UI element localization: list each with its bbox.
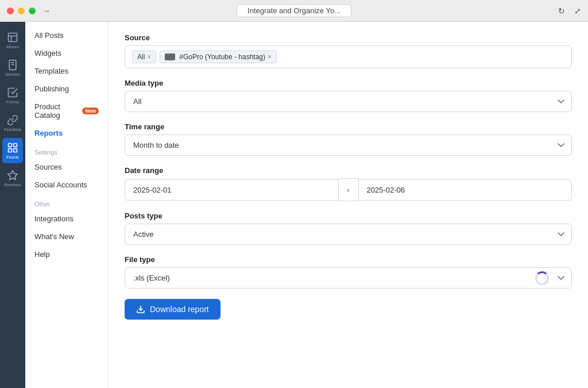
- posts-type-select[interactable]: Active Inactive All: [125, 224, 572, 245]
- sidebar-icon-reviews[interactable]: Reviews: [2, 166, 23, 191]
- date-range-label: Date range: [125, 166, 572, 175]
- nav-controls: ← →: [29, 6, 51, 16]
- reload-button[interactable]: ↻: [558, 6, 565, 16]
- sidebar-icon-album[interactable]: Album: [2, 28, 23, 53]
- sidebar-item-reports[interactable]: Reports: [25, 124, 108, 142]
- gopro-icon: [165, 53, 175, 60]
- sidebar-icon-stories[interactable]: Stories: [2, 55, 23, 80]
- date-arrow-icon: ›: [338, 178, 359, 201]
- new-badge: New: [82, 107, 99, 114]
- svg-rect-4: [9, 143, 12, 147]
- sidebar-icon-feeds[interactable]: Feeds: [2, 138, 23, 163]
- forward-button[interactable]: →: [42, 6, 51, 16]
- date-range-row: ›: [125, 178, 572, 201]
- tag-gopro-text: #GoPro (Youtube - hashtag): [179, 53, 265, 61]
- main-content: Source All × #GoPro (Youtube - hashtag) …: [109, 22, 588, 388]
- svg-rect-7: [14, 148, 17, 152]
- file-type-select[interactable]: .xls (Excel) .csv .pdf: [125, 267, 572, 289]
- media-type-select[interactable]: All Image Video: [125, 91, 572, 112]
- sidebar-icon-forms[interactable]: Forms: [2, 83, 23, 108]
- sidebar-icon-feedlink[interactable]: Feedlink: [2, 110, 23, 136]
- tag-all-text: All: [137, 53, 145, 61]
- source-tag-gopro[interactable]: #GoPro (Youtube - hashtag) ×: [160, 51, 277, 63]
- file-type-label: File type: [125, 255, 572, 264]
- source-tags-container: All × #GoPro (Youtube - hashtag) ×: [125, 45, 572, 68]
- svg-rect-0: [9, 33, 17, 41]
- sidebar-item-sources[interactable]: Sources: [25, 158, 108, 176]
- download-btn-label: Download report: [150, 305, 209, 314]
- close-button[interactable]: [7, 7, 14, 14]
- posts-type-group: Posts type Active Inactive All: [125, 212, 572, 245]
- other-section-label: Other: [25, 194, 108, 210]
- date-range-group: Date range ›: [125, 166, 572, 201]
- svg-marker-8: [8, 170, 18, 179]
- date-from-input[interactable]: [125, 179, 338, 201]
- svg-rect-6: [9, 148, 12, 152]
- sidebar-item-product-catalog[interactable]: Product Catalog New: [25, 98, 108, 124]
- source-label: Source: [125, 33, 572, 42]
- date-to-input[interactable]: [359, 179, 572, 201]
- minimize-button[interactable]: [18, 7, 25, 14]
- sidebar-item-integrations[interactable]: Integrations: [25, 210, 108, 228]
- sidebar-item-all-posts[interactable]: All Posts: [25, 26, 108, 44]
- product-catalog-label: Product Catalog: [34, 102, 79, 120]
- media-type-group: Media type All Image Video: [125, 79, 572, 112]
- file-type-row: .xls (Excel) .csv .pdf: [125, 267, 572, 289]
- svg-rect-5: [14, 143, 17, 147]
- media-type-label: Media type: [125, 79, 572, 87]
- source-group: Source All × #GoPro (Youtube - hashtag) …: [125, 33, 572, 68]
- back-button[interactable]: ←: [29, 6, 37, 16]
- tag-all-close[interactable]: ×: [147, 53, 151, 60]
- sidebar-item-social-accounts[interactable]: Social Accounts: [25, 176, 108, 194]
- sidebar-item-templates[interactable]: Templates: [25, 62, 108, 80]
- sidebar-item-widgets[interactable]: Widgets: [25, 44, 108, 62]
- time-range-label: Time range: [125, 122, 572, 131]
- text-sidebar: All Posts Widgets Templates Publishing P…: [25, 22, 109, 388]
- download-icon: [136, 305, 145, 314]
- sidebar-item-publishing[interactable]: Publishing: [25, 80, 108, 98]
- window-title: Integrate and Organize Yo...: [237, 4, 351, 17]
- time-range-group: Time range Month to date Last 7 days Las…: [125, 122, 572, 156]
- posts-type-label: Posts type: [125, 212, 572, 220]
- sidebar-item-help[interactable]: Help: [25, 245, 108, 263]
- settings-section-label: Settings: [25, 142, 108, 158]
- tag-gopro-close[interactable]: ×: [268, 53, 272, 60]
- sidebar-item-whats-new[interactable]: What's New: [25, 228, 108, 245]
- icon-sidebar: Album Stories Forms Feedlink Feeds Revie…: [0, 22, 25, 388]
- file-type-group: File type .xls (Excel) .csv .pdf: [125, 255, 572, 289]
- time-range-select[interactable]: Month to date Last 7 days Last 30 days C…: [125, 135, 572, 156]
- expand-button[interactable]: ⤢: [574, 6, 581, 16]
- titlebar: ← → Integrate and Organize Yo... ↻ ⤢: [0, 0, 588, 22]
- download-report-button[interactable]: Download report: [125, 299, 220, 320]
- source-tag-all[interactable]: All ×: [132, 51, 156, 63]
